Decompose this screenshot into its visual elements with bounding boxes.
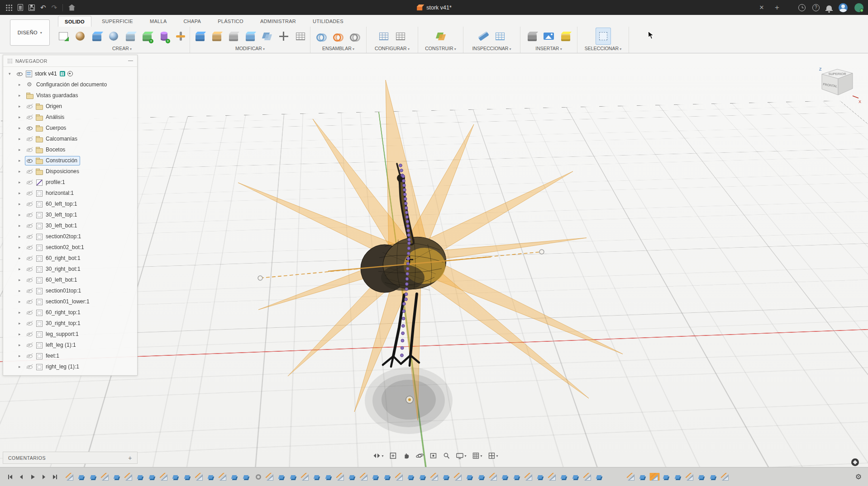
add-comment-button[interactable]: +: [128, 454, 132, 462]
nav-item-60-left-top[interactable]: ▸ 60_left_top:1: [3, 198, 137, 209]
corner-widget-button[interactable]: [851, 458, 859, 466]
notifications-bell-icon[interactable]: [826, 5, 832, 10]
visibility-eye-icon[interactable]: [26, 179, 33, 186]
visibility-eye-icon[interactable]: [26, 222, 33, 229]
visibility-eye-icon[interactable]: [26, 342, 33, 349]
nav-item-document-settings[interactable]: ▸ Configuración del documento: [3, 79, 137, 90]
app-menu-icon[interactable]: [5, 4, 12, 11]
fillet-icon[interactable]: [209, 28, 224, 45]
expand-chevron-icon[interactable]: ▸: [19, 234, 25, 239]
visibility-eye-icon[interactable]: [26, 146, 33, 153]
timeline-feature[interactable]: [196, 473, 203, 481]
chamfer-icon[interactable]: [226, 28, 241, 45]
visibility-eye-icon[interactable]: [26, 331, 33, 338]
nav-item-sketches[interactable]: ▸ Bocetos: [3, 144, 137, 155]
zoom-button[interactable]: [441, 451, 451, 460]
timeline-feature[interactable]: [431, 473, 439, 481]
timeline-feature[interactable]: [360, 473, 368, 481]
expand-chevron-icon[interactable]: ▸: [19, 310, 25, 315]
timeline-feature[interactable]: [313, 473, 321, 481]
nav-item-bodies[interactable]: ▸ Cuerpos: [3, 123, 137, 133]
nav-item-horizontal[interactable]: ▸ horizontal:1: [3, 188, 137, 198]
expand-chevron-icon[interactable]: ▸: [19, 115, 25, 119]
combine-icon[interactable]: [259, 28, 275, 45]
timeline-feature[interactable]: [78, 473, 86, 481]
expand-chevron-icon[interactable]: ▸: [19, 104, 25, 109]
timeline-feature[interactable]: [525, 473, 533, 481]
timeline-feature[interactable]: [372, 473, 380, 481]
visibility-eye-icon[interactable]: [26, 255, 33, 262]
timeline-feature[interactable]: [572, 473, 580, 481]
redo-icon[interactable]: ↷: [52, 4, 57, 11]
visibility-eye-icon[interactable]: [16, 71, 24, 77]
new-file-icon[interactable]: [18, 4, 23, 11]
visibility-eye-icon[interactable]: [26, 114, 33, 121]
tab-solido[interactable]: SOLIDO: [58, 16, 91, 27]
comments-bar[interactable]: COMENTARIOS +: [3, 452, 138, 464]
expand-chevron-icon[interactable]: ▾: [9, 71, 15, 76]
nav-item-leg-support[interactable]: ▸ leg_support:1: [3, 329, 137, 340]
new-tab-button[interactable]: +: [770, 0, 784, 15]
expand-chevron-icon[interactable]: ▸: [19, 321, 25, 326]
timeline-feature[interactable]: [254, 473, 262, 481]
nav-item-section02-bot[interactable]: ▸ section02_bot:1: [3, 242, 137, 253]
timeline-feature[interactable]: [278, 473, 286, 481]
pipe-icon[interactable]: [173, 28, 188, 45]
expand-chevron-icon[interactable]: ▸: [19, 223, 25, 228]
timeline-feature[interactable]: [113, 473, 121, 481]
timeline-step-forward-button[interactable]: [39, 472, 48, 481]
new-component-icon[interactable]: [314, 28, 329, 45]
timeline-feature[interactable]: [101, 473, 109, 481]
view-prev-next-button[interactable]: ▾: [371, 452, 385, 460]
close-document-button[interactable]: ✕: [755, 0, 768, 15]
home-icon[interactable]: [68, 5, 75, 11]
sweep-icon[interactable]: [123, 28, 138, 45]
viewcube[interactable]: Z SUPERIOR FRONTAL X: [815, 63, 862, 107]
job-status-icon[interactable]: [798, 4, 806, 11]
timeline-feature[interactable]: [348, 473, 356, 481]
visibility-eye-icon[interactable]: [26, 212, 33, 218]
timeline-play-button[interactable]: [28, 472, 37, 481]
timeline-feature[interactable]: [686, 473, 694, 481]
ribbon-group-label[interactable]: INSERTAR: [535, 46, 562, 51]
timeline-feature[interactable]: [148, 473, 156, 481]
timeline-feature[interactable]: [596, 473, 603, 481]
nav-item-origin[interactable]: ▸ Origen: [3, 101, 137, 112]
nav-item-30-right-top[interactable]: ▸ 30_right_top:1: [3, 318, 137, 329]
timeline-feature[interactable]: [266, 473, 274, 481]
tab-plastico[interactable]: PLÁSTICO: [211, 16, 250, 27]
revolve-icon[interactable]: [106, 28, 121, 45]
expand-chevron-icon[interactable]: ▸: [19, 267, 25, 271]
visibility-eye-icon[interactable]: [26, 288, 33, 294]
canvas-icon[interactable]: [541, 28, 557, 45]
timeline-feature[interactable]: [584, 473, 591, 481]
drag-grip-icon[interactable]: [7, 58, 12, 63]
nav-item-left-leg[interactable]: ▸ left_leg (1):1: [3, 340, 137, 350]
save-icon[interactable]: [29, 5, 35, 11]
nav-item-construction[interactable]: ▸ Construcción: [3, 155, 137, 166]
viewports-button[interactable]: ▾: [487, 451, 500, 460]
tab-malla[interactable]: MALLA: [143, 16, 173, 27]
expand-chevron-icon[interactable]: ▸: [19, 202, 25, 206]
rigid-group-icon[interactable]: [348, 28, 363, 45]
construction-plane-icon[interactable]: [433, 28, 448, 45]
extrude-icon[interactable]: [89, 28, 105, 45]
timeline-feature[interactable]: [674, 473, 682, 481]
insert-derive-icon[interactable]: [525, 28, 540, 45]
user-avatar[interactable]: [839, 3, 848, 12]
timeline-feature[interactable]: [627, 473, 635, 481]
timeline-feature[interactable]: [454, 473, 462, 481]
timeline-feature[interactable]: [243, 473, 250, 481]
timeline-feature[interactable]: [466, 473, 474, 481]
expand-chevron-icon[interactable]: ▸: [19, 191, 25, 195]
visibility-eye-icon[interactable]: [26, 201, 33, 208]
timeline-feature[interactable]: [290, 473, 297, 481]
timeline-feature[interactable]: [407, 473, 415, 481]
expand-chevron-icon[interactable]: ▸: [19, 278, 25, 282]
insert-mesh-icon[interactable]: [558, 28, 573, 45]
nav-item-decals[interactable]: ▸ Calcomanías: [3, 133, 137, 144]
nav-item-60-left-bot[interactable]: ▸ 60_left_bot:1: [3, 274, 137, 285]
display-settings-button[interactable]: ▾: [454, 452, 467, 460]
box-primitive-icon[interactable]: [139, 28, 155, 45]
timeline-go-to-end-button[interactable]: [51, 472, 60, 481]
